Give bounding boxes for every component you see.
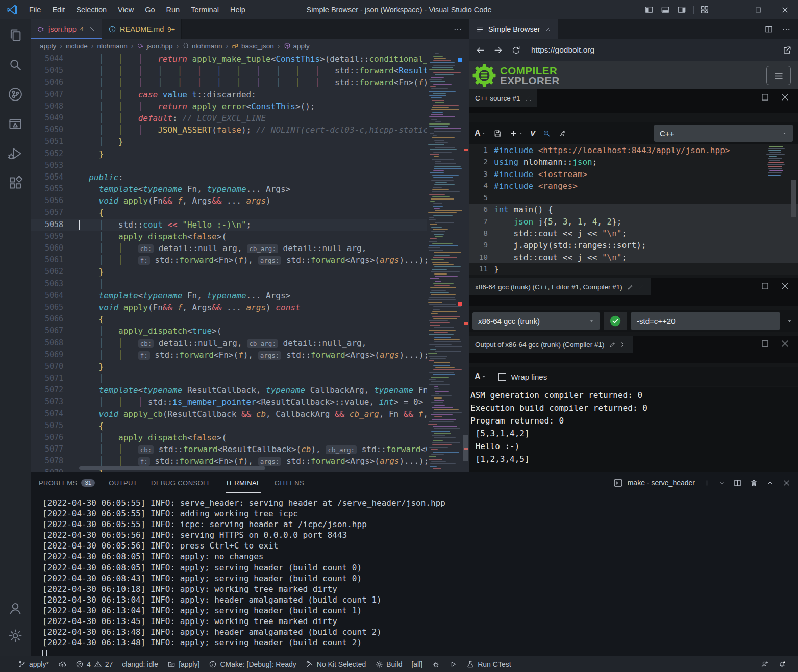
- terminal-output[interactable]: [2022-04-30 06:05:55] INFO: serve_header…: [31, 493, 798, 656]
- editor-scrollbar[interactable]: [462, 53, 469, 472]
- maximize-panel-icon[interactable]: [766, 479, 775, 487]
- tab-simple-browser[interactable]: Simple Browser: [469, 19, 558, 39]
- language-select[interactable]: C++: [654, 125, 793, 142]
- cmake-tool-icon[interactable]: [8, 116, 23, 132]
- terminal-profiles-icon[interactable]: [719, 480, 726, 486]
- maximize-icon[interactable]: [760, 339, 770, 349]
- breadcrumb-item-nlohmann[interactable]: nlohmann: [182, 42, 222, 50]
- source-code-editor[interactable]: 1#include <https://localhost:8443/apply/…: [469, 144, 798, 275]
- reload-icon[interactable]: [511, 45, 521, 55]
- status-cmake-status[interactable]: CMake: [Debug]: Ready: [204, 656, 301, 672]
- close-icon[interactable]: [525, 95, 532, 102]
- customize-layout-icon[interactable]: [700, 5, 709, 14]
- horizontal-scrollbar-thumb[interactable]: [79, 466, 265, 470]
- compiler-options-input[interactable]: -std=c++20: [631, 312, 780, 330]
- cpp-insights-button[interactable]: [558, 129, 567, 138]
- panel-tab-terminal[interactable]: TERMINAL: [226, 472, 261, 493]
- close-icon[interactable]: [638, 284, 645, 290]
- close-window-button[interactable]: [771, 0, 798, 19]
- font-size-button[interactable]: A: [475, 129, 486, 138]
- status-branch-status[interactable]: apply*: [13, 656, 54, 672]
- compiler-pane-tab[interactable]: x86-64 gcc (trunk) (C++, Editor #1, Comp…: [469, 278, 651, 295]
- compiler-explorer-logo-icon[interactable]: [472, 64, 496, 87]
- menu-file[interactable]: File: [23, 0, 46, 19]
- status-notifications[interactable]: [774, 656, 791, 672]
- new-terminal-icon[interactable]: [703, 479, 711, 487]
- maximize-icon[interactable]: [760, 92, 770, 102]
- close-icon[interactable]: [780, 281, 790, 291]
- close-icon[interactable]: [620, 341, 627, 348]
- output-font-size-button[interactable]: A: [475, 372, 486, 381]
- vim-mode-button[interactable]: v: [531, 128, 535, 138]
- status-run-ctest[interactable]: Run CTest: [462, 656, 515, 672]
- zoom-button[interactable]: [542, 129, 551, 138]
- status-clangd-status[interactable]: clangd: idle: [117, 656, 163, 672]
- menu-selection[interactable]: Selection: [70, 0, 112, 19]
- menu-view[interactable]: View: [112, 0, 139, 19]
- status-debug-button[interactable]: [427, 656, 444, 672]
- menu-edit[interactable]: Edit: [46, 0, 70, 19]
- tab-readme-md[interactable]: README.md9+: [102, 19, 182, 39]
- wrap-lines-checkbox[interactable]: [498, 373, 506, 381]
- source-pane-tab[interactable]: C++ source #1: [469, 89, 537, 107]
- minimize-button[interactable]: [718, 0, 745, 19]
- compiler-select[interactable]: x86-64 gcc (trunk): [472, 312, 600, 330]
- back-icon[interactable]: [476, 45, 485, 55]
- maximize-icon[interactable]: [760, 281, 770, 291]
- hamburger-menu-button[interactable]: [766, 66, 791, 85]
- kill-terminal-icon[interactable]: [750, 479, 758, 487]
- close-icon[interactable]: [780, 92, 790, 102]
- debug-icon[interactable]: [8, 146, 23, 161]
- code-editor[interactable]: 5044 │ │ │ return apply_make_tuple<Const…: [31, 53, 469, 472]
- panel-tab-debug-console[interactable]: DEBUG CONSOLE: [151, 472, 212, 493]
- status-publish[interactable]: [54, 656, 71, 672]
- panel-tab-problems[interactable]: PROBLEMS31: [39, 472, 95, 493]
- status-kit-selection[interactable]: No Kit Selected: [301, 656, 371, 672]
- breadcrumb-item-include[interactable]: include: [66, 42, 88, 50]
- settings-gear-icon[interactable]: [8, 628, 23, 643]
- add-pane-button[interactable]: [509, 129, 523, 138]
- terminal-instance[interactable]: make - serve_header: [613, 478, 695, 488]
- menu-terminal[interactable]: Terminal: [185, 0, 225, 19]
- source-scrollbar-thumb[interactable]: [791, 180, 796, 217]
- tab-json-hpp[interactable]: json.hpp4: [31, 19, 102, 39]
- extensions-icon[interactable]: [8, 176, 23, 191]
- breadcrumb-item-apply[interactable]: apply: [40, 42, 56, 50]
- close-icon[interactable]: [89, 26, 95, 32]
- status-cmake-build[interactable]: Build: [370, 656, 407, 672]
- search-icon[interactable]: [8, 57, 23, 72]
- panel-tab-output[interactable]: OUTPUT: [109, 472, 137, 493]
- save-button[interactable]: [493, 129, 502, 138]
- breadcrumb-item-apply[interactable]: apply: [284, 42, 310, 50]
- maximize-button[interactable]: [745, 0, 771, 19]
- split-editor-icon[interactable]: [764, 24, 774, 34]
- menu-help[interactable]: Help: [225, 0, 251, 19]
- breadcrumb-item-basic-json[interactable]: basic_json: [232, 42, 274, 50]
- split-terminal-icon[interactable]: [733, 479, 742, 487]
- status-feedback[interactable]: [756, 656, 774, 672]
- account-icon[interactable]: [8, 601, 23, 616]
- forward-icon[interactable]: [493, 45, 503, 55]
- open-external-icon[interactable]: [782, 45, 792, 55]
- scrollbar-thumb[interactable]: [463, 435, 468, 461]
- menu-go[interactable]: Go: [139, 0, 160, 19]
- panel-tab-gitlens[interactable]: GITLENS: [275, 472, 304, 493]
- close-icon[interactable]: [780, 339, 790, 349]
- toggle-sidebar-icon[interactable]: [644, 5, 654, 14]
- menu-run[interactable]: Run: [161, 0, 186, 19]
- status-workspace-folder[interactable]: [apply]: [163, 656, 204, 672]
- breadcrumb-item-nlohmann[interactable]: nlohmann: [97, 42, 127, 50]
- status-problems[interactable]: 427: [71, 656, 117, 672]
- status-build-target[interactable]: [all]: [407, 656, 427, 672]
- output-pane-tab[interactable]: Output of x86-64 gcc (trunk) (Compiler #…: [469, 336, 633, 353]
- files-icon[interactable]: [8, 28, 23, 43]
- source-control-icon[interactable]: [8, 87, 23, 102]
- status-launch-button[interactable]: [444, 656, 462, 672]
- url-input[interactable]: https://godbolt.org: [531, 45, 774, 55]
- breadcrumb-item-json-hpp[interactable]: json.hpp: [137, 42, 172, 50]
- more-actions-icon[interactable]: [782, 24, 791, 34]
- minimap[interactable]: [427, 53, 462, 472]
- breadcrumb[interactable]: apply›include›nlohmann›json.hpp›nlohmann…: [31, 39, 469, 53]
- rename-icon[interactable]: [609, 341, 616, 348]
- rename-icon[interactable]: [627, 284, 634, 290]
